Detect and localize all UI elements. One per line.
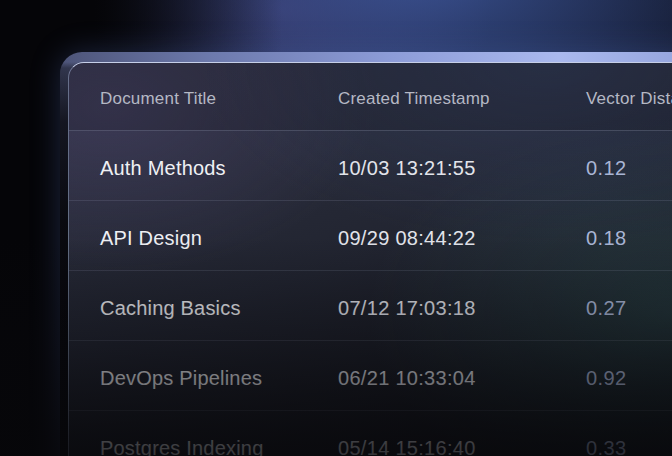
document-title: DevOps Pipelines <box>100 362 338 390</box>
vector-distance: 0.33 <box>586 432 672 456</box>
created-timestamp: 05/14 15:16:40 <box>338 432 586 456</box>
vector-distance: 0.18 <box>586 222 672 250</box>
vector-distance: 0.92 <box>586 362 672 390</box>
table-row[interactable]: API Design 09/29 08:44:22 0.18 <box>69 201 672 271</box>
created-timestamp: 10/03 13:21:55 <box>338 152 586 180</box>
document-title: Auth Methods <box>100 152 338 180</box>
documents-table-card: Document Title Created Timestamp Vector … <box>68 62 672 456</box>
documents-table: Document Title Created Timestamp Vector … <box>69 63 672 456</box>
table-row[interactable]: Auth Methods 10/03 13:21:55 0.12 <box>69 131 672 201</box>
screenshot-root: { "table": { "columns": ["Document Title… <box>0 0 672 456</box>
table-row[interactable]: Postgres Indexing 05/14 15:16:40 0.33 <box>69 411 672 456</box>
vector-distance: 0.12 <box>586 152 672 180</box>
column-header-vector-distance: Vector Distance <box>586 84 672 109</box>
document-title: Caching Basics <box>100 292 338 320</box>
table-header-row: Document Title Created Timestamp Vector … <box>69 63 672 131</box>
table-row[interactable]: Caching Basics 07/12 17:03:18 0.27 <box>69 271 672 341</box>
column-header-created-timestamp: Created Timestamp <box>338 84 586 109</box>
created-timestamp: 09/29 08:44:22 <box>338 222 586 250</box>
vector-distance: 0.27 <box>586 292 672 320</box>
document-title: Postgres Indexing <box>100 432 338 456</box>
table-row[interactable]: DevOps Pipelines 06/21 10:33:04 0.92 <box>69 341 672 411</box>
column-header-document-title: Document Title <box>100 84 338 109</box>
document-title: API Design <box>100 222 338 250</box>
created-timestamp: 06/21 10:33:04 <box>338 362 586 390</box>
created-timestamp: 07/12 17:03:18 <box>338 292 586 320</box>
